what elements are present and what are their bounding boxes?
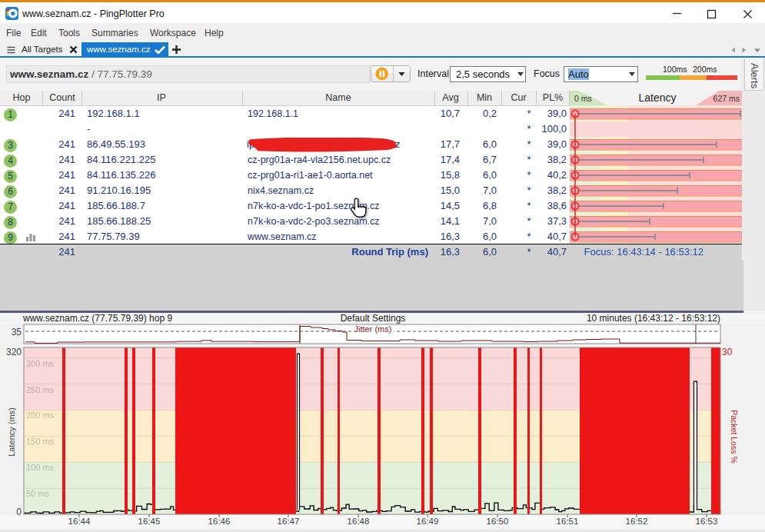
svg-text:16:52: 16:52 [626,517,648,526]
svg-text:16:53: 16:53 [696,517,718,526]
svg-text:16:49: 16:49 [417,517,439,526]
svg-text:16:46: 16:46 [208,517,231,526]
svg-text:50 ms: 50 ms [26,489,49,498]
svg-text:Latency (ms): Latency (ms) [7,407,16,457]
svg-text:16:48: 16:48 [348,517,370,526]
svg-text:16:44: 16:44 [68,517,91,526]
svg-text:320: 320 [6,347,22,357]
svg-text:100 ms: 100 ms [26,463,55,472]
svg-text:16:45: 16:45 [138,517,161,526]
svg-text:Packet Loss %: Packet Loss % [730,410,739,463]
svg-text:300 ms: 300 ms [26,359,55,368]
svg-text:Jitter (ms): Jitter (ms) [354,324,392,334]
svg-text:200 ms: 200 ms [26,411,55,420]
svg-text:250 ms: 250 ms [26,385,55,394]
svg-text:16:50: 16:50 [487,517,509,526]
svg-text:16:47: 16:47 [278,517,300,526]
svg-text:150 ms: 150 ms [26,437,55,446]
svg-text:30: 30 [722,347,733,357]
svg-text:0: 0 [16,507,22,517]
svg-text:16:51: 16:51 [557,517,579,526]
svg-text:35: 35 [12,327,22,337]
